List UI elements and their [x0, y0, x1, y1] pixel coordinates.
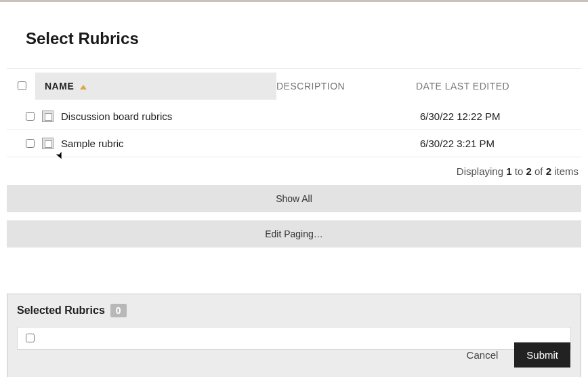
- select-all-checkbox[interactable]: [18, 81, 26, 90]
- sort-asc-icon: [80, 85, 87, 90]
- submit-button[interactable]: Submit: [514, 342, 570, 368]
- column-header-date[interactable]: DATE LAST EDITED: [416, 73, 581, 100]
- cancel-button[interactable]: Cancel: [463, 349, 503, 361]
- rubric-icon[interactable]: [42, 111, 54, 122]
- rubrics-table: NAME DESCRIPTION DATE LAST EDITED Discus…: [7, 69, 581, 247]
- row-date: 6/30/22 12:22 PM: [420, 111, 581, 122]
- footer-actions: Cancel Submit: [463, 342, 570, 368]
- column-header-name-label: NAME: [45, 81, 74, 92]
- selected-item-checkbox[interactable]: [26, 334, 35, 342]
- row-name[interactable]: Sample rubric: [61, 138, 280, 149]
- show-all-button[interactable]: Show All: [7, 185, 581, 212]
- selected-count-badge: 0: [110, 304, 127, 317]
- column-header-description[interactable]: DESCRIPTION: [276, 73, 416, 100]
- selected-rubrics-header: Selected Rubrics 0: [17, 304, 571, 317]
- paging-summary: Displaying 1 to 2 of 2 items: [7, 157, 581, 185]
- table-header-row: NAME DESCRIPTION DATE LAST EDITED: [7, 69, 581, 103]
- table-row: Sample rubric 6/30/22 3:21 PM: [7, 130, 581, 157]
- page-title: Select Rubrics: [26, 29, 581, 48]
- selected-rubrics-title: Selected Rubrics: [17, 304, 105, 317]
- edit-paging-button[interactable]: Edit Paging…: [7, 220, 581, 247]
- row-checkbox[interactable]: [26, 112, 35, 121]
- column-header-name[interactable]: NAME: [35, 73, 276, 100]
- row-date: 6/30/22 3:21 PM: [420, 138, 581, 149]
- rubric-icon[interactable]: [42, 138, 54, 149]
- row-name[interactable]: Discussion board rubrics: [61, 111, 280, 122]
- table-row: Discussion board rubrics 6/30/22 12:22 P…: [7, 103, 581, 130]
- row-checkbox[interactable]: [26, 139, 35, 148]
